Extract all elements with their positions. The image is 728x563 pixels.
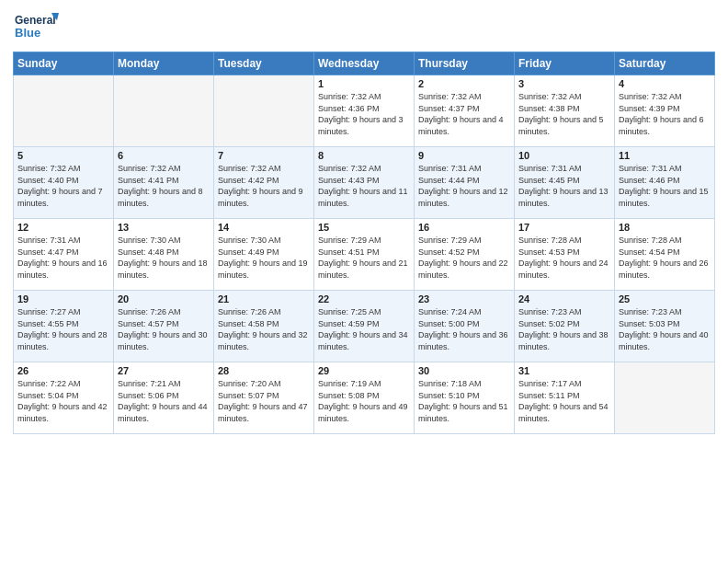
cell-content: Sunrise: 7:32 AM Sunset: 4:39 PM Dayligh… (619, 91, 711, 137)
cell-content: Sunrise: 7:18 AM Sunset: 5:10 PM Dayligh… (418, 378, 510, 424)
calendar-cell: 31Sunrise: 7:17 AM Sunset: 5:11 PM Dayli… (515, 362, 615, 434)
calendar-cell (14, 75, 114, 147)
col-header-wednesday: Wednesday (314, 52, 415, 75)
calendar-cell: 4Sunrise: 7:32 AM Sunset: 4:39 PM Daylig… (615, 75, 715, 147)
day-number: 30 (418, 365, 510, 376)
day-number: 19 (17, 293, 109, 304)
day-number: 11 (619, 150, 711, 161)
logo: General Blue (13, 9, 59, 44)
col-header-tuesday: Tuesday (214, 52, 314, 75)
cell-content: Sunrise: 7:31 AM Sunset: 4:44 PM Dayligh… (418, 163, 510, 209)
day-number: 10 (518, 150, 610, 161)
calendar-cell: 18Sunrise: 7:28 AM Sunset: 4:54 PM Dayli… (615, 219, 715, 291)
day-number: 24 (518, 293, 610, 304)
day-number: 22 (318, 293, 410, 304)
day-number: 25 (619, 293, 711, 304)
calendar-cell: 22Sunrise: 7:25 AM Sunset: 4:59 PM Dayli… (314, 291, 415, 362)
calendar-cell: 16Sunrise: 7:29 AM Sunset: 4:52 PM Dayli… (415, 219, 515, 291)
main-container: General Blue SundayMondayTuesdayWednesda… (0, 0, 728, 442)
cell-content: Sunrise: 7:24 AM Sunset: 5:00 PM Dayligh… (418, 306, 510, 352)
day-number: 16 (418, 222, 510, 233)
week-row-1: 5Sunrise: 7:32 AM Sunset: 4:40 PM Daylig… (14, 147, 715, 219)
calendar-table: SundayMondayTuesdayWednesdayThursdayFrid… (13, 52, 715, 434)
cell-content: Sunrise: 7:29 AM Sunset: 4:52 PM Dayligh… (418, 235, 510, 281)
day-number: 3 (518, 78, 610, 89)
calendar-cell: 24Sunrise: 7:23 AM Sunset: 5:02 PM Dayli… (515, 291, 615, 362)
calendar-cell: 27Sunrise: 7:21 AM Sunset: 5:06 PM Dayli… (114, 362, 214, 434)
week-row-4: 26Sunrise: 7:22 AM Sunset: 5:04 PM Dayli… (14, 362, 715, 434)
calendar-cell: 17Sunrise: 7:28 AM Sunset: 4:53 PM Dayli… (515, 219, 615, 291)
day-number: 1 (318, 78, 410, 89)
cell-content: Sunrise: 7:32 AM Sunset: 4:38 PM Dayligh… (518, 91, 610, 137)
calendar-cell: 6Sunrise: 7:32 AM Sunset: 4:41 PM Daylig… (114, 147, 214, 219)
calendar-cell: 29Sunrise: 7:19 AM Sunset: 5:08 PM Dayli… (314, 362, 415, 434)
calendar-header-row: SundayMondayTuesdayWednesdayThursdayFrid… (14, 52, 715, 75)
cell-content: Sunrise: 7:32 AM Sunset: 4:37 PM Dayligh… (418, 91, 510, 137)
calendar-cell: 14Sunrise: 7:30 AM Sunset: 4:49 PM Dayli… (214, 219, 314, 291)
header: General Blue (13, 9, 715, 44)
col-header-saturday: Saturday (615, 52, 715, 75)
cell-content: Sunrise: 7:27 AM Sunset: 4:55 PM Dayligh… (17, 306, 109, 352)
cell-content: Sunrise: 7:32 AM Sunset: 4:42 PM Dayligh… (218, 163, 310, 209)
day-number: 9 (418, 150, 510, 161)
cell-content: Sunrise: 7:28 AM Sunset: 4:53 PM Dayligh… (518, 235, 610, 281)
col-header-monday: Monday (114, 52, 214, 75)
week-row-3: 19Sunrise: 7:27 AM Sunset: 4:55 PM Dayli… (14, 291, 715, 362)
cell-content: Sunrise: 7:26 AM Sunset: 4:58 PM Dayligh… (218, 306, 310, 352)
calendar-cell: 7Sunrise: 7:32 AM Sunset: 4:42 PM Daylig… (214, 147, 314, 219)
cell-content: Sunrise: 7:31 AM Sunset: 4:45 PM Dayligh… (518, 163, 610, 209)
svg-text:Blue: Blue (15, 26, 40, 40)
col-header-thursday: Thursday (415, 52, 515, 75)
col-header-friday: Friday (515, 52, 615, 75)
day-number: 21 (218, 293, 310, 304)
cell-content: Sunrise: 7:19 AM Sunset: 5:08 PM Dayligh… (318, 378, 410, 424)
calendar-cell: 8Sunrise: 7:32 AM Sunset: 4:43 PM Daylig… (314, 147, 415, 219)
cell-content: Sunrise: 7:32 AM Sunset: 4:43 PM Dayligh… (318, 163, 410, 209)
cell-content: Sunrise: 7:31 AM Sunset: 4:46 PM Dayligh… (619, 163, 711, 209)
day-number: 4 (619, 78, 711, 89)
cell-content: Sunrise: 7:23 AM Sunset: 5:03 PM Dayligh… (619, 306, 711, 352)
cell-content: Sunrise: 7:31 AM Sunset: 4:47 PM Dayligh… (17, 235, 109, 281)
calendar-cell: 15Sunrise: 7:29 AM Sunset: 4:51 PM Dayli… (314, 219, 415, 291)
day-number: 17 (518, 222, 610, 233)
day-number: 26 (17, 365, 109, 376)
calendar-cell: 28Sunrise: 7:20 AM Sunset: 5:07 PM Dayli… (214, 362, 314, 434)
cell-content: Sunrise: 7:22 AM Sunset: 5:04 PM Dayligh… (17, 378, 109, 424)
cell-content: Sunrise: 7:29 AM Sunset: 4:51 PM Dayligh… (318, 235, 410, 281)
calendar-cell: 1Sunrise: 7:32 AM Sunset: 4:36 PM Daylig… (314, 75, 415, 147)
cell-content: Sunrise: 7:28 AM Sunset: 4:54 PM Dayligh… (619, 235, 711, 281)
day-number: 15 (318, 222, 410, 233)
cell-content: Sunrise: 7:32 AM Sunset: 4:36 PM Dayligh… (318, 91, 410, 137)
day-number: 2 (418, 78, 510, 89)
cell-content: Sunrise: 7:30 AM Sunset: 4:49 PM Dayligh… (218, 235, 310, 281)
day-number: 29 (318, 365, 410, 376)
calendar-cell: 9Sunrise: 7:31 AM Sunset: 4:44 PM Daylig… (415, 147, 515, 219)
calendar-cell: 19Sunrise: 7:27 AM Sunset: 4:55 PM Dayli… (14, 291, 114, 362)
calendar-cell: 10Sunrise: 7:31 AM Sunset: 4:45 PM Dayli… (515, 147, 615, 219)
cell-content: Sunrise: 7:25 AM Sunset: 4:59 PM Dayligh… (318, 306, 410, 352)
svg-text:General: General (15, 14, 56, 27)
calendar-cell: 2Sunrise: 7:32 AM Sunset: 4:37 PM Daylig… (415, 75, 515, 147)
calendar-cell (615, 362, 715, 434)
day-number: 5 (17, 150, 109, 161)
calendar-cell: 11Sunrise: 7:31 AM Sunset: 4:46 PM Dayli… (615, 147, 715, 219)
day-number: 6 (118, 150, 210, 161)
calendar-cell: 23Sunrise: 7:24 AM Sunset: 5:00 PM Dayli… (415, 291, 515, 362)
cell-content: Sunrise: 7:32 AM Sunset: 4:41 PM Dayligh… (118, 163, 210, 209)
calendar-cell: 21Sunrise: 7:26 AM Sunset: 4:58 PM Dayli… (214, 291, 314, 362)
day-number: 8 (318, 150, 410, 161)
cell-content: Sunrise: 7:17 AM Sunset: 5:11 PM Dayligh… (518, 378, 610, 424)
calendar-cell: 25Sunrise: 7:23 AM Sunset: 5:03 PM Dayli… (615, 291, 715, 362)
day-number: 7 (218, 150, 310, 161)
calendar-cell: 5Sunrise: 7:32 AM Sunset: 4:40 PM Daylig… (14, 147, 114, 219)
cell-content: Sunrise: 7:32 AM Sunset: 4:40 PM Dayligh… (17, 163, 109, 209)
day-number: 20 (118, 293, 210, 304)
day-number: 12 (17, 222, 109, 233)
cell-content: Sunrise: 7:26 AM Sunset: 4:57 PM Dayligh… (118, 306, 210, 352)
calendar-cell: 20Sunrise: 7:26 AM Sunset: 4:57 PM Dayli… (114, 291, 214, 362)
day-number: 18 (619, 222, 711, 233)
calendar-cell (114, 75, 214, 147)
day-number: 23 (418, 293, 510, 304)
week-row-0: 1Sunrise: 7:32 AM Sunset: 4:36 PM Daylig… (14, 75, 715, 147)
cell-content: Sunrise: 7:20 AM Sunset: 5:07 PM Dayligh… (218, 378, 310, 424)
